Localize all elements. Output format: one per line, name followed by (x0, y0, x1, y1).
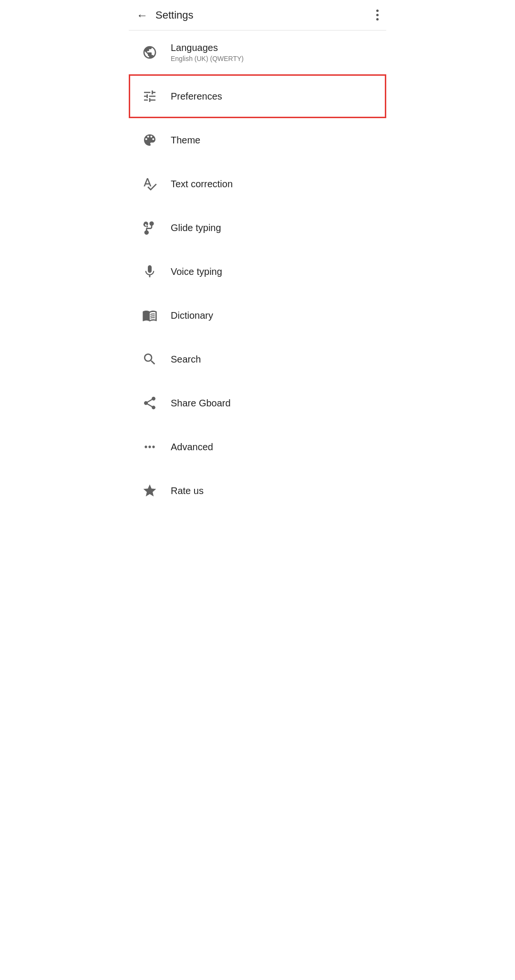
text-correction-text: Text correction (171, 179, 233, 190)
app-container: ← Settings Languages English (UK) (QWERT… (129, 0, 386, 513)
text-correction-label: Text correction (171, 179, 233, 190)
glide-typing-label: Glide typing (171, 222, 221, 233)
share-gboard-text: Share Gboard (171, 398, 231, 409)
search-label: Search (171, 354, 201, 365)
menu-item-languages[interactable]: Languages English (UK) (QWERTY) (129, 30, 386, 74)
languages-label: Languages (171, 42, 244, 53)
more-options-button[interactable] (376, 10, 379, 20)
search-text: Search (171, 354, 201, 365)
languages-text: Languages English (UK) (QWERTY) (171, 42, 244, 62)
menu-item-advanced[interactable]: Advanced (129, 425, 386, 469)
star-icon (138, 479, 161, 502)
rate-us-text: Rate us (171, 485, 204, 496)
page-title: Settings (155, 9, 376, 21)
palette-icon (138, 129, 161, 152)
advanced-label: Advanced (171, 442, 213, 453)
menu-item-search[interactable]: Search (129, 337, 386, 381)
share-gboard-label: Share Gboard (171, 398, 231, 409)
settings-menu: Languages English (UK) (QWERTY) Preferen… (129, 30, 386, 513)
dictionary-icon (138, 304, 161, 327)
theme-text: Theme (171, 135, 200, 146)
preferences-text: Preferences (171, 91, 222, 102)
more-icon (138, 435, 161, 458)
text-correction-icon (138, 172, 161, 195)
share-icon (138, 392, 161, 414)
languages-sublabel: English (UK) (QWERTY) (171, 55, 244, 62)
menu-item-rate-us[interactable]: Rate us (129, 469, 386, 513)
rate-us-label: Rate us (171, 485, 204, 496)
voice-typing-label: Voice typing (171, 266, 222, 277)
back-button[interactable]: ← (136, 10, 148, 21)
sliders-icon (138, 85, 161, 108)
menu-item-preferences[interactable]: Preferences (129, 74, 386, 118)
menu-item-dictionary[interactable]: Dictionary (129, 293, 386, 337)
voice-typing-text: Voice typing (171, 266, 222, 277)
advanced-text: Advanced (171, 442, 213, 453)
settings-header: ← Settings (129, 0, 386, 30)
search-icon (138, 348, 161, 371)
dictionary-label: Dictionary (171, 310, 213, 321)
menu-item-glide-typing[interactable]: Glide typing (129, 206, 386, 250)
microphone-icon (138, 260, 161, 283)
menu-item-theme[interactable]: Theme (129, 118, 386, 162)
preferences-label: Preferences (171, 91, 222, 102)
globe-icon (138, 41, 161, 64)
dictionary-text: Dictionary (171, 310, 213, 321)
menu-item-share-gboard[interactable]: Share Gboard (129, 381, 386, 425)
menu-item-voice-typing[interactable]: Voice typing (129, 250, 386, 293)
menu-item-text-correction[interactable]: Text correction (129, 162, 386, 206)
glide-icon (138, 216, 161, 239)
glide-typing-text: Glide typing (171, 222, 221, 233)
theme-label: Theme (171, 135, 200, 146)
